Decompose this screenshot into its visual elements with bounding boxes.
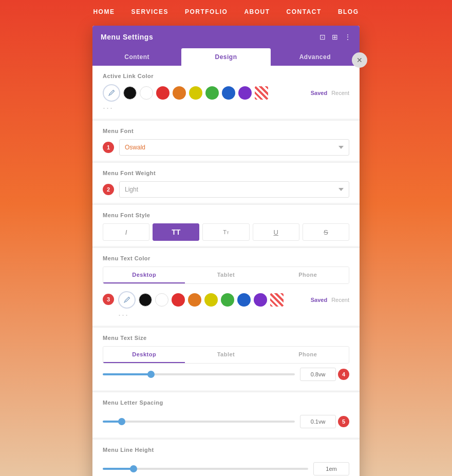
swatch-orange-1[interactable] [173,86,186,100]
top-nav: HOME SERVICES PORTFOLIO ABOUT CONTACT BL… [0,0,452,22]
nav-portfolio[interactable]: PORTFOLIO [185,8,228,15]
color-dots-1: ··· [103,103,349,113]
menu-line-height-slider-row [103,458,349,476]
device-tab-tablet-1[interactable]: Tablet [185,267,267,283]
swatch-green-2[interactable] [221,293,234,307]
recent-label-2[interactable]: Recent [331,297,349,303]
menu-text-size-value-box: 4 [300,368,349,381]
menu-line-height-label: Menu Line Height [103,447,349,453]
menu-font-weight-select[interactable]: Light [119,181,349,198]
swatch-black-2[interactable] [139,293,152,307]
badge-1: 1 [103,142,114,153]
nav-about[interactable]: ABOUT [244,8,270,15]
menu-text-size-thumb[interactable] [147,371,155,378]
font-style-strikethrough[interactable]: S [303,223,349,241]
menu-letter-spacing-track[interactable] [103,421,295,423]
menu-text-size-input[interactable] [300,368,336,381]
menu-font-style-section: Menu Font Style I TT TT U S [92,205,360,246]
device-tab-tablet-2[interactable]: Tablet [185,347,267,363]
tab-design[interactable]: Design [181,48,270,66]
menu-font-label: Menu Font [103,128,349,134]
swatch-yellow-1[interactable] [189,86,202,100]
swatch-orange-2[interactable] [188,293,201,307]
menu-font-weight-label: Menu Font Weight [103,170,349,176]
saved-recent-2: Saved Recent [311,297,349,303]
nav-home[interactable]: HOME [93,8,115,15]
color-section-inner: 3 [103,291,349,320]
swatch-white-2[interactable] [155,293,168,307]
swatch-yellow-2[interactable] [204,293,218,307]
panel-header-icons: ⊡ ⊞ ⋮ [319,33,351,41]
menu-letter-spacing-input[interactable] [300,415,336,428]
menu-letter-spacing-slider-row: 5 [103,411,349,432]
device-tab-desktop-2[interactable]: Desktop [103,347,185,363]
menu-text-color-device-tabs: Desktop Tablet Phone [103,266,349,284]
eyedropper-btn-2[interactable] [118,291,136,309]
swatch-none-1[interactable] [255,86,268,100]
device-tab-desktop-1[interactable]: Desktop [103,267,185,283]
menu-letter-spacing-section: Menu Letter Spacing 5 [92,392,360,437]
swatch-red-2[interactable] [172,293,185,307]
color-picker-row-2: Saved Recent [118,291,349,309]
font-style-underline[interactable]: U [253,223,299,241]
swatch-white-1[interactable] [140,86,153,100]
menu-text-color-section: Menu Text Color Desktop Tablet Phone 3 [92,248,360,326]
menu-text-size-device-tabs: Desktop Tablet Phone [103,346,349,364]
swatch-blue-1[interactable] [222,86,235,100]
menu-font-select[interactable]: Oswald [119,139,349,156]
nav-services[interactable]: SERVICES [131,8,168,15]
badge-5: 5 [338,416,349,427]
menu-line-height-track[interactable] [103,468,308,470]
badge-4: 4 [338,369,349,380]
menu-text-size-label: Menu Text Size [103,335,349,341]
swatch-none-2[interactable] [270,293,284,307]
color-picker-col: Saved Recent ··· [118,291,349,320]
tab-advanced[interactable]: Advanced [271,48,360,66]
color-picker-row-1: Saved Recent [103,84,349,102]
menu-text-size-slider-row: 4 [103,364,349,385]
fullscreen-icon[interactable]: ⊡ [319,33,326,41]
swatch-black-1[interactable] [123,86,137,100]
menu-font-weight-select-row: 2 Light [103,181,349,198]
menu-text-size-fill [103,373,151,375]
menu-text-size-section: Menu Text Size Desktop Tablet Phone 4 [92,328,360,390]
device-tab-phone-2[interactable]: Phone [267,347,349,363]
recent-label-1[interactable]: Recent [331,90,349,96]
saved-label-1[interactable]: Saved [311,90,327,96]
swatch-green-1[interactable] [205,86,219,100]
menu-line-height-fill [103,468,134,470]
swatch-red-1[interactable] [156,86,170,100]
swatch-purple-2[interactable] [254,293,267,307]
panel-title: Menu Settings [101,33,153,41]
font-style-italic[interactable]: I [103,223,149,241]
font-style-uppercase[interactable]: TT [153,223,199,241]
menu-line-height-thumb[interactable] [130,465,137,472]
menu-line-height-value-box [313,462,349,475]
menu-letter-spacing-thumb[interactable] [118,418,125,425]
menu-letter-spacing-label: Menu Letter Spacing [103,399,349,406]
active-link-color-label: Active Link Color [103,73,349,79]
menu-letter-spacing-value-box: 5 [300,415,349,428]
saved-label-2[interactable]: Saved [311,297,327,303]
saved-recent-1: Saved Recent [311,90,349,96]
swatch-blue-2[interactable] [237,293,251,307]
nav-contact[interactable]: CONTACT [287,8,322,15]
swatch-purple-1[interactable] [238,86,252,100]
panel-tabs: Content Design Advanced [92,48,360,66]
menu-line-height-input[interactable] [313,462,349,475]
layout-icon[interactable]: ⊞ [332,33,338,41]
nav-blog[interactable]: BLOG [338,8,359,15]
menu-line-height-section: Menu Line Height [92,440,360,476]
font-style-smallcap[interactable]: TT [202,223,249,241]
menu-font-section: Menu Font 1 Oswald [92,121,360,161]
menu-text-size-track[interactable] [103,373,295,375]
menu-font-select-row: 1 Oswald [103,139,349,156]
tab-content[interactable]: Content [92,48,181,66]
badge-2: 2 [103,184,114,195]
menu-font-style-label: Menu Font Style [103,212,349,218]
eyedropper-btn-1[interactable] [103,84,120,102]
close-button[interactable]: ✕ [352,52,367,68]
device-tab-phone-1[interactable]: Phone [267,267,349,283]
more-icon[interactable]: ⋮ [344,33,351,41]
menu-text-color-label: Menu Text Color [103,255,349,261]
